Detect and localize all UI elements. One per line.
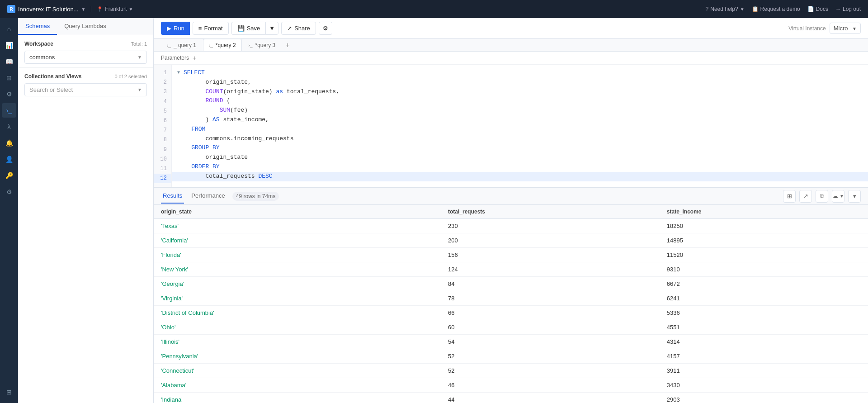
cell-total-requests: 44 [441,393,660,403]
sidebar-icon-lambda[interactable]: λ [2,119,16,134]
code-token: ) [177,115,212,125]
cell-origin-state: 'Indiana' [154,393,441,403]
workspace-total: Total: 1 [131,41,147,47]
sidebar-icon-key[interactable]: 🔑 [2,168,16,183]
editor-area: 123456789101112 ▼ SELECT origin_state, C… [154,65,868,187]
toolbar: ▶ Run ≡ Format 💾 Save ▼ [154,18,868,39]
data-table: origin_state total_requests state_income… [154,205,868,403]
query-tab-3[interactable]: ›_ *query 3 [243,39,282,51]
results-tab-performance[interactable]: Performance [189,189,226,204]
request-demo-label: Request a demo [760,6,800,12]
cell-state-income: 9310 [660,262,868,277]
collapse-results-button[interactable]: ▾ [848,190,861,203]
collections-header: Collections and Views 0 of 2 selected [24,73,147,80]
code-line-3: COUNT(origin_state) as total_requests, [177,87,863,97]
export-button[interactable]: ↗ [799,190,812,203]
share-label: Share [294,25,310,32]
sidebar-icon-bell[interactable]: 🔔 [2,136,16,150]
toolbar-right: Virtual Instance Micro ▼ [788,23,861,34]
cell-total-requests: 78 [441,291,660,306]
toolbar-left: ▶ Run ≡ Format 💾 Save ▼ [161,22,332,35]
need-help-button[interactable]: ? Need help? ▼ [706,6,745,12]
format-button[interactable]: ≡ Format [193,22,229,35]
cell-origin-state: 'Ohio' [154,320,441,335]
brand-chevron-icon[interactable]: ▼ [81,7,85,12]
cloud-button[interactable]: ☁ ▼ [832,190,844,203]
add-parameter-button[interactable]: + [193,54,196,62]
results-table: origin_state total_requests state_income… [154,205,868,403]
cloud-chevron-icon: ▼ [840,194,844,199]
cell-state-income: 3430 [660,378,868,393]
results-tabs-left: Results Performance 49 rows in 74ms [161,189,279,204]
cell-state-income: 18250 [660,219,868,233]
code-token: (fee) [230,106,248,115]
tab-query-lambdas[interactable]: Query Lambdas [57,18,113,35]
query-tab-1[interactable]: ›_ _ query 1 [161,39,202,51]
code-editor[interactable]: ▼ SELECT origin_state, COUNT(origin_stat… [172,65,868,187]
tab-schemas[interactable]: Schemas [18,18,57,35]
code-line-9: GROUP BY [177,143,863,153]
code-token [177,87,205,97]
settings-button[interactable]: ⚙ [319,22,332,35]
topbar-left: R Innoverex IT Solution... ▼ 📍 Frankfurt… [7,5,133,13]
share-button[interactable]: ↗ Share [281,22,316,35]
run-button[interactable]: ▶ Run [161,22,190,35]
code-line-12: total_requests DESC [172,172,868,181]
sidebar-icon-gear[interactable]: ⚙ [2,185,16,199]
cell-state-income: 4314 [660,335,868,349]
grid-view-button[interactable]: ⊞ [783,190,796,203]
code-token: SUM [220,106,230,115]
workspace-chevron-icon: ▼ [137,55,142,60]
sidebar-icon-book[interactable]: 📖 [2,54,16,69]
table-row: 'Georgia'846672 [154,277,868,291]
run-label: Run [174,25,184,32]
collections-title: Collections and Views [24,73,81,80]
copy-button[interactable]: ⧉ [816,190,828,203]
line-number-3: 3 [154,87,171,97]
sidebar-icon-settings[interactable]: ⚙ [2,87,16,101]
search-select-input[interactable]: Search or Select ▼ [24,83,147,96]
table-row: 'California'20014895 [154,233,868,248]
virtual-instance-select[interactable]: Micro ▼ [830,23,861,34]
sidebar-icon-table[interactable]: ⊞ [2,71,16,85]
add-query-tab-button[interactable]: + [282,40,293,51]
run-icon: ▶ [167,25,171,32]
main-content: ▶ Run ≡ Format 💾 Save ▼ [154,18,868,403]
results-tab-results[interactable]: Results [161,189,184,204]
workspace-value: commons [29,54,55,61]
query-tab-2[interactable]: ›_ *query 2 [203,39,242,51]
save-button[interactable]: 💾 Save [231,22,266,35]
brand: R Innoverex IT Solution... ▼ [7,5,85,13]
main-layout: ⌂ 📊 📖 ⊞ ⚙ ›_ λ 🔔 👤 🔑 ⚙ ⊞ Schemas Query L… [0,18,868,403]
sidebar-icon-layers[interactable]: ⊞ [2,385,16,399]
workspace-dropdown[interactable]: commons ▼ [24,51,147,64]
sidebar-icon-terminal[interactable]: ›_ [2,103,16,118]
cell-origin-state: 'Connecticut' [154,364,441,378]
sidebar-icon-chart[interactable]: 📊 [2,38,16,52]
request-demo-icon: 📋 [752,6,759,12]
need-help-label: Need help? [710,6,738,12]
logout-button[interactable]: → Log out [835,6,861,12]
request-demo-button[interactable]: 📋 Request a demo [752,6,800,12]
code-line-6: ) AS state_income, [177,115,863,125]
cell-state-income: 6241 [660,291,868,306]
results-area: Results Performance 49 rows in 74ms ⊞ ↗ … [154,187,868,403]
cell-total-requests: 46 [441,378,660,393]
table-header-row: origin_state total_requests state_income [154,205,868,219]
save-dropdown-button[interactable]: ▼ [265,22,278,35]
code-line-10: origin_state [177,153,863,162]
line-number-10: 10 [154,155,171,164]
sidebar-icon-user[interactable]: 👤 [2,152,16,166]
code-line-2: origin_state, [177,78,863,87]
location-chevron-icon[interactable]: ▼ [128,7,133,12]
docs-button[interactable]: 📄 Docs [807,6,828,12]
cell-state-income: 2903 [660,393,868,403]
table-row: 'Ohio'604551 [154,320,868,335]
collapse-icon: ▾ [853,193,856,199]
query-tab-3-arrow: ›_ [249,43,253,48]
table-row: 'Florida'15611520 [154,248,868,262]
cell-total-requests: 66 [441,306,660,320]
line-number-8: 8 [154,135,171,145]
sidebar-icon-home[interactable]: ⌂ [2,22,16,36]
workspace-title: Workspace [24,41,53,47]
